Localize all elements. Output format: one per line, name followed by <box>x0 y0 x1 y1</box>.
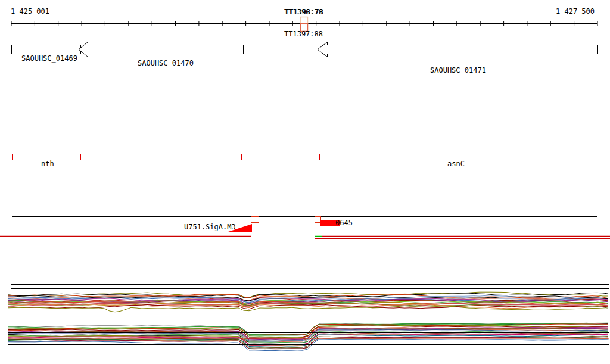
tss-box-plus-strand[interactable] <box>301 17 308 24</box>
motif-label-U751-SigA-M3[interactable]: U751.SigA.M3 <box>184 223 236 231</box>
ruler-end-label: 1 427 500 <box>556 8 595 15</box>
gene-SAOUHSC_01469[interactable] <box>12 45 81 54</box>
genome-browser-view: { "ruler": { "start": "1 425 001", "end"… <box>0 0 610 364</box>
gene-SAOUHSC_01470[interactable] <box>79 42 244 57</box>
tracks-canvas <box>0 0 610 364</box>
feature-box-left[interactable] <box>251 217 259 223</box>
feature-box-right[interactable] <box>315 217 321 223</box>
red-gene-nth[interactable] <box>13 154 81 160</box>
tss-label-TT1398[interactable]: TT1398:78 <box>285 8 323 16</box>
strain-trace-plot <box>8 292 609 350</box>
gene-label-SAOUHSC_01471: SAOUHSC_01471 <box>430 67 486 74</box>
gene-label-SAOUHSC_01469: SAOUHSC_01469 <box>21 55 77 63</box>
tss-label-TT1397[interactable]: TT1397:88 <box>284 30 323 38</box>
gene-label-SAOUHSC_01470: SAOUHSC_01470 <box>138 60 194 67</box>
red-gene-label-nth: nth <box>41 160 54 168</box>
gene-SAOUHSC_01471[interactable] <box>318 42 598 57</box>
ruler-start-label: 1 425 001 <box>11 8 49 15</box>
red-gene-nth-2[interactable] <box>83 154 242 160</box>
feature-label-0645[interactable]: 0645 <box>335 219 353 227</box>
red-gene-asnC[interactable] <box>320 154 597 160</box>
red-gene-label-asnC: asnC <box>447 160 465 168</box>
